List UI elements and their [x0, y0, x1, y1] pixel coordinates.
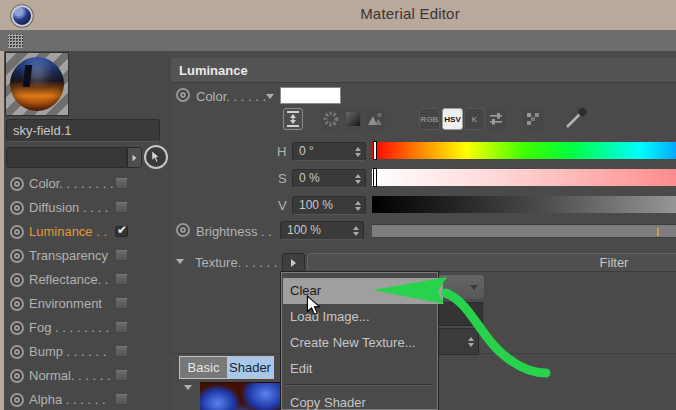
channel-checkbox[interactable]: [115, 394, 128, 405]
channel-radio-icon[interactable]: [10, 321, 24, 335]
hue-gradient-bar[interactable]: [372, 142, 676, 159]
channel-checkbox[interactable]: [115, 346, 128, 357]
channel-row-alpha: Alpha . . . . . .: [4, 388, 171, 410]
mixer-button[interactable]: [486, 108, 506, 130]
channel-radio-icon[interactable]: [10, 177, 24, 191]
image-picker-button[interactable]: [365, 108, 385, 130]
drag-grip-icon[interactable]: [8, 34, 23, 48]
channel-label[interactable]: Bump . . . . . .: [29, 344, 106, 359]
value-spinner[interactable]: [355, 201, 361, 211]
material-name-field[interactable]: sky-field.1: [6, 119, 160, 142]
texture-label: Texture. . . . . .: [195, 255, 277, 270]
channel-radio-icon[interactable]: [10, 225, 24, 239]
channel-radio-icon[interactable]: [10, 249, 24, 263]
channel-row-luminance: Luminance . . ✔: [4, 220, 171, 244]
title-bar[interactable]: Material Editor: [0, 0, 676, 30]
channel-label[interactable]: Fog . . . . . . . .: [29, 320, 109, 335]
saturation-spinner[interactable]: [355, 174, 361, 184]
brightness-spinner[interactable]: [353, 226, 359, 236]
preview-shape-dropdown-button[interactable]: [127, 147, 142, 168]
channel-row-normal: Normal. . . . . .: [4, 364, 171, 388]
value-field[interactable]: 100 %: [292, 196, 366, 215]
channel-radio-icon[interactable]: [10, 273, 24, 287]
color-swatch[interactable]: [280, 87, 341, 104]
hue-field[interactable]: 0 °: [292, 142, 366, 161]
hue-spinner[interactable]: [355, 147, 361, 157]
right-arrow-icon: [133, 154, 137, 160]
menu-item-copy-shader[interactable]: Copy Shader: [283, 390, 443, 410]
color-wheel-icon: [323, 111, 339, 127]
preview-shape-field[interactable]: [6, 147, 127, 168]
preview-expander-icon[interactable]: [184, 385, 192, 390]
texture-shader-button[interactable]: Filter: [307, 253, 676, 272]
brightness-field[interactable]: 100 %: [280, 221, 364, 240]
color-radio-icon[interactable]: [176, 88, 190, 102]
channel-checkbox[interactable]: [115, 202, 128, 213]
compact-view-icon: [286, 111, 300, 127]
brightness-slider-handle[interactable]: [657, 228, 659, 236]
channel-radio-icon[interactable]: [10, 393, 24, 407]
menu-item-create-new-texture[interactable]: Create New Texture...: [283, 330, 443, 356]
channel-radio-icon[interactable]: [10, 345, 24, 359]
texture-shader-name: Filter: [600, 255, 629, 270]
saturation-marker[interactable]: [374, 169, 376, 186]
channel-label[interactable]: Color. . . . . . . .: [29, 176, 114, 191]
mix-strength-spinner[interactable]: [468, 337, 474, 347]
texture-expander-icon[interactable]: [176, 259, 184, 264]
material-preview[interactable]: [5, 52, 69, 116]
eyedropper-icon[interactable]: [563, 107, 589, 131]
shader-preview-image[interactable]: [200, 382, 280, 410]
mountain-image-icon: [367, 112, 383, 126]
channel-label[interactable]: Diffusion . . . .: [29, 200, 108, 215]
channel-radio-icon[interactable]: [10, 297, 24, 311]
channel-checkbox[interactable]: [115, 178, 128, 189]
material-preview-sphere: [10, 57, 64, 111]
menu-separator: [286, 384, 433, 385]
hsv-mode-button[interactable]: HSV: [442, 108, 463, 130]
kelvin-mode-button[interactable]: K: [464, 108, 485, 130]
tab-basic[interactable]: Basic: [180, 357, 227, 378]
compact-view-button[interactable]: [283, 108, 303, 130]
rgb-mode-button[interactable]: RGB: [419, 108, 440, 130]
texture-sub-field[interactable]: [436, 302, 483, 326]
swatches-button[interactable]: [523, 108, 543, 130]
section-header: Luminance: [171, 58, 676, 83]
sliders-icon: [489, 112, 503, 126]
saturation-field[interactable]: 0 %: [292, 169, 366, 188]
channel-label[interactable]: Luminance . .: [29, 224, 107, 239]
texture-menu-button[interactable]: [282, 253, 305, 272]
texture-context-menu: Clear Load Image... Create New Texture..…: [281, 272, 438, 410]
channel-checkbox[interactable]: [115, 370, 128, 381]
channel-checkbox[interactable]: [115, 274, 128, 285]
pick-material-button[interactable]: [144, 145, 168, 169]
channel-checkbox[interactable]: [115, 250, 128, 261]
color-collapse-icon[interactable]: [266, 94, 274, 99]
mix-mode-dropdown[interactable]: [436, 274, 485, 300]
window-title: Material Editor: [330, 5, 490, 22]
value-gradient-bar[interactable]: [372, 196, 676, 213]
channel-checkbox[interactable]: ✔: [115, 226, 128, 237]
color-wheel-button[interactable]: [321, 108, 341, 130]
channel-label[interactable]: Transparency: [29, 248, 108, 263]
preview-silhouette: [23, 65, 32, 87]
channel-label[interactable]: Normal. . . . . .: [29, 368, 111, 383]
brightness-slider[interactable]: [372, 224, 676, 238]
channel-row-fog: Fog . . . . . . . .: [4, 316, 171, 340]
hue-marker[interactable]: [374, 142, 376, 159]
toolbar-strip: [0, 30, 676, 52]
menu-item-edit[interactable]: Edit: [283, 356, 443, 382]
saturation-gradient-bar[interactable]: [372, 169, 676, 186]
mouse-cursor-icon: [306, 295, 322, 317]
channel-checkbox[interactable]: [115, 322, 128, 333]
channel-radio-icon[interactable]: [10, 201, 24, 215]
spectrum-button[interactable]: [343, 108, 363, 130]
tab-shader[interactable]: Shader: [227, 357, 273, 378]
channel-label[interactable]: Environment: [29, 296, 102, 311]
channel-label[interactable]: Reflectance. .: [29, 272, 109, 287]
brightness-radio-icon[interactable]: [176, 223, 190, 237]
channel-label[interactable]: Alpha . . . . . .: [29, 392, 106, 407]
channel-radio-icon[interactable]: [10, 369, 24, 383]
channel-checkbox[interactable]: [115, 298, 128, 309]
texture-tabbar: Basic Shader: [179, 356, 274, 379]
channel-row-color: Color. . . . . . . .: [4, 172, 171, 196]
